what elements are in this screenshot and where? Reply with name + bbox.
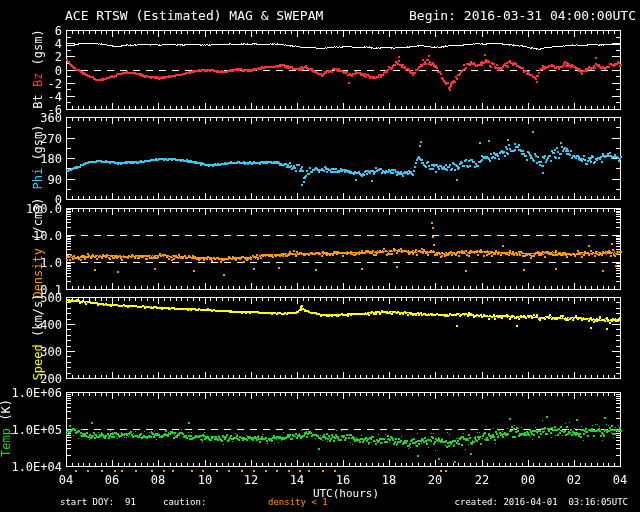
footer-start-doy: start DOY: 91 [60, 497, 136, 507]
y-tick-label: 360 [40, 111, 62, 125]
ylabel-temp: Temp (K) [0, 328, 13, 512]
y-tick-label: 180 [40, 152, 62, 166]
ace-rtsw-plot: ACE RTSW (Estimated) MAG & SWEPAM Begin:… [0, 0, 640, 512]
x-tick-label: 14 [281, 473, 313, 487]
y-tick-label: 6 [55, 24, 62, 38]
x-tick-label: 04 [604, 473, 636, 487]
x-tick-label: 04 [50, 473, 82, 487]
y-tick-label: 100.0 [26, 202, 62, 216]
y-tick-label: 400 [40, 318, 62, 332]
y-tick-label: 1.0E+06 [11, 386, 62, 400]
begin-timestamp: Begin: 2016-03-31 04:00:00UTC [409, 8, 636, 23]
x-tick-label: 10 [189, 473, 221, 487]
y-tick-label: 270 [40, 132, 62, 146]
y-tick-label: 1.0 [40, 256, 62, 270]
footer-caution-value: density < 1 [268, 497, 328, 507]
y-tick-label: 1.0E+04 [11, 460, 62, 474]
x-tick-label: 06 [96, 473, 128, 487]
x-tick-label: 12 [235, 473, 267, 487]
y-tick-label: 4 [55, 37, 62, 51]
x-tick-label: 02 [558, 473, 590, 487]
footer-caution-label: caution: [163, 497, 206, 507]
y-tick-label: -2 [48, 77, 62, 91]
x-tick-label: 00 [512, 473, 544, 487]
y-tick-label: 200 [40, 372, 62, 386]
x-tick-label: 18 [373, 473, 405, 487]
y-tick-label: 90 [48, 173, 62, 187]
y-tick-label: 2 [55, 50, 62, 64]
y-tick-label: 300 [40, 345, 62, 359]
footer-created-timestamp: created: 2016-04-01 03:16:05UTC [455, 497, 628, 507]
y-tick-label: -4 [48, 90, 62, 104]
y-tick-label: 10.0 [33, 229, 62, 243]
y-tick-label: 500 [40, 291, 62, 305]
x-tick-label: 16 [327, 473, 359, 487]
x-tick-label: 08 [142, 473, 174, 487]
y-tick-label: 1.0E+05 [11, 423, 62, 437]
y-tick-label: 0 [55, 64, 62, 78]
page-title: ACE RTSW (Estimated) MAG & SWEPAM [65, 8, 323, 23]
plot-canvas [0, 0, 640, 512]
x-tick-label: 20 [419, 473, 451, 487]
x-tick-label: 22 [466, 473, 498, 487]
